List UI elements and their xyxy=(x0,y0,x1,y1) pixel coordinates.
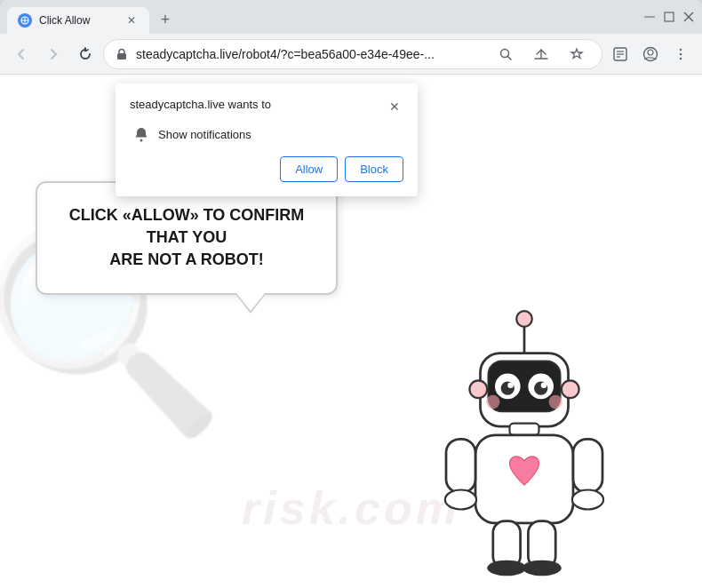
svg-point-15 xyxy=(648,50,653,55)
profile-icon[interactable] xyxy=(636,40,665,68)
svg-rect-31 xyxy=(510,424,539,435)
toolbar-right-icons xyxy=(606,40,695,68)
popup-site-text: steadycaptcha.live wants to xyxy=(130,98,271,111)
svg-line-9 xyxy=(508,56,512,60)
title-bar: Click Allow ✕ + xyxy=(0,0,702,34)
svg-point-43 xyxy=(140,139,143,142)
svg-point-30 xyxy=(549,395,562,409)
star-icon[interactable] xyxy=(562,40,591,68)
window-controls xyxy=(643,11,695,23)
active-tab[interactable]: Click Allow ✕ xyxy=(7,7,149,34)
svg-point-27 xyxy=(507,383,514,389)
svg-point-28 xyxy=(541,383,547,389)
minimize-button[interactable] xyxy=(643,11,656,23)
popup-buttons: Allow Block xyxy=(130,156,403,182)
svg-point-16 xyxy=(680,48,682,50)
svg-rect-34 xyxy=(573,439,602,493)
search-lens-icon[interactable] xyxy=(491,40,520,68)
popup-close-button[interactable]: ✕ xyxy=(386,98,403,115)
speech-bubble: CLICK «ALLOW» TO CONFIRM THAT YOU ARE NO… xyxy=(36,181,338,295)
tab-title: Click Allow xyxy=(39,14,117,27)
svg-rect-3 xyxy=(644,17,655,18)
address-bar[interactable]: steadycaptcha.live/robot4/?c=bea56a00-e3… xyxy=(103,39,602,69)
back-button[interactable] xyxy=(7,40,36,68)
new-tab-button[interactable]: + xyxy=(153,7,178,32)
svg-point-18 xyxy=(680,57,682,59)
allow-button[interactable]: Allow xyxy=(280,156,338,182)
close-button[interactable] xyxy=(682,11,695,23)
url-display: steadycaptcha.live/robot4/?c=bea56a00-e3… xyxy=(136,47,484,61)
lock-icon xyxy=(115,47,129,61)
robot-illustration xyxy=(400,259,649,588)
svg-rect-33 xyxy=(446,439,475,493)
block-button[interactable]: Block xyxy=(345,156,403,182)
refresh-button[interactable] xyxy=(71,40,100,68)
tab-bar: Click Allow ✕ + xyxy=(7,0,633,34)
bell-icon xyxy=(133,126,149,142)
svg-rect-7 xyxy=(117,53,126,60)
maximize-button[interactable] xyxy=(663,11,675,23)
svg-point-36 xyxy=(572,490,603,510)
svg-point-29 xyxy=(486,395,499,409)
svg-point-35 xyxy=(445,490,476,510)
notification-popup: steadycaptcha.live wants to ✕ Show notif… xyxy=(116,83,418,196)
svg-point-40 xyxy=(523,560,562,576)
svg-point-17 xyxy=(680,52,682,54)
popup-permission-row: Show notifications xyxy=(130,126,403,142)
menu-icon[interactable] xyxy=(666,40,695,68)
svg-point-39 xyxy=(487,560,526,576)
speech-bubble-text: CLICK «ALLOW» TO CONFIRM THAT YOU ARE NO… xyxy=(62,204,311,272)
tab-favicon xyxy=(18,13,32,28)
browser-window: Click Allow ✕ + xyxy=(0,0,702,588)
tab-search-icon[interactable] xyxy=(606,40,634,68)
permission-text: Show notifications xyxy=(158,128,251,141)
toolbar: steadycaptcha.live/robot4/?c=bea56a00-e3… xyxy=(0,34,702,75)
page-content: 🔍 risk.com xyxy=(0,75,702,588)
popup-header: steadycaptcha.live wants to ✕ xyxy=(130,98,403,115)
forward-button[interactable] xyxy=(39,40,68,68)
tab-close-button[interactable]: ✕ xyxy=(124,13,139,28)
svg-point-20 xyxy=(516,311,532,327)
svg-point-41 xyxy=(469,380,487,398)
share-icon[interactable] xyxy=(527,40,555,68)
svg-point-42 xyxy=(562,380,579,398)
svg-rect-4 xyxy=(665,12,674,21)
